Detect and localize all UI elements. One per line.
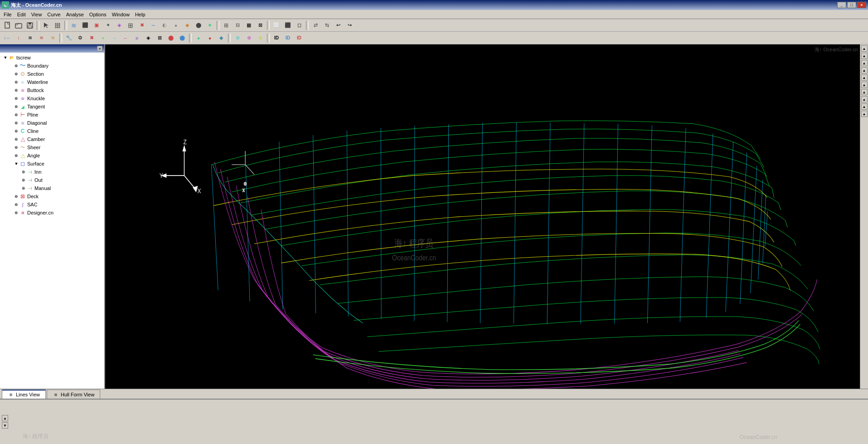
knuckle-expand[interactable]: ⊕ [14,96,19,101]
angle-expand[interactable]: ⊕ [14,153,19,158]
panel-close-button[interactable]: × [97,46,102,51]
menu-edit[interactable]: Edit [15,11,29,18]
new-button[interactable] [2,20,13,30]
tool-10[interactable]: ~ [148,20,159,30]
t2-id1[interactable]: ID [271,33,282,43]
tool-18[interactable]: ⬜ [271,20,282,30]
t2-7[interactable]: ⚙ [75,33,86,43]
waterline-expand[interactable]: ⊕ [14,79,19,85]
tool-12[interactable]: ● [170,20,181,30]
tree-item-pline[interactable]: ⊕ ⊢ Pline [1,111,103,119]
tangent-expand[interactable]: ⊕ [14,104,19,109]
tool-21[interactable]: ⇄ [310,20,321,30]
right-btn-10[interactable]: ▲ [861,111,868,117]
zoom-box[interactable]: ⊟ [232,20,243,30]
inn-expand[interactable]: ⊕ [21,169,26,175]
tab-lines-view[interactable]: ≡ Lines View [2,390,46,399]
t2-16[interactable]: ⬤ [177,33,188,43]
t2-13[interactable]: ◈ [143,33,154,43]
right-btn-8[interactable]: ▲ [861,96,868,102]
t2-9[interactable]: + [97,33,108,43]
t2-18[interactable]: ● [204,33,215,43]
tree-item-diagonal[interactable]: ⊕ ≋ Diagonal [1,119,103,127]
tree-item-camber[interactable]: ⊕ △ Camber [1,135,103,143]
right-btn-5[interactable]: ▲ [861,74,868,81]
tree-item-knuckle[interactable]: ⊕ ≋ Knuckle [1,94,103,102]
t2-id3[interactable]: ID [294,33,305,43]
tool-6[interactable]: ✦ [102,20,113,30]
minimize-button[interactable]: _ [837,2,846,8]
bottom-ctrl-2[interactable]: ▼ [2,422,8,429]
root-expand[interactable]: ▼ [3,55,8,60]
tree-item-cline[interactable]: ⊕ C Cline [1,127,103,135]
tool-4[interactable]: ⬛ [80,20,91,30]
right-btn-7[interactable]: ▲ [861,89,868,95]
tool-23[interactable]: ↩ [333,20,344,30]
right-btn-1[interactable]: ▲ [861,45,868,52]
t2-14[interactable]: ⊠ [154,33,165,43]
deck-expand[interactable]: ⊕ [14,194,19,199]
t2-6[interactable]: 🔧 [63,33,74,43]
tool-7[interactable]: ◈ [114,20,125,30]
right-btn-2[interactable]: ▲ [861,53,868,59]
open-button[interactable] [13,20,24,30]
menu-window[interactable]: Window [109,11,132,18]
t2-2[interactable]: ↕ [13,33,24,43]
buttock-expand[interactable]: ⊕ [14,88,19,93]
tool-16[interactable]: ▦ [243,20,254,30]
menu-analyse[interactable]: Analyse [63,11,87,18]
t2-5[interactable]: ≋ [47,33,58,43]
manual-expand[interactable]: ⊕ [21,185,26,191]
right-btn-6[interactable]: ▲ [861,82,868,88]
select-tool[interactable] [41,20,52,30]
designer-expand[interactable]: ⊕ [14,210,19,215]
tool-17[interactable]: ⊠ [255,20,266,30]
zoom-in[interactable]: ⊞ [221,20,232,30]
t2-1[interactable]: ↕↔ [2,33,13,43]
t2-21[interactable]: ⊕ [243,33,254,43]
out-expand[interactable]: ⊕ [21,177,26,183]
tool-13[interactable]: ◆ [182,20,193,30]
tree-item-manual[interactable]: ⊕ ⊣ Manual [1,184,103,192]
tree-item-section[interactable]: ⊕ ⊙ Section [1,70,103,78]
tool-15[interactable]: ★ [204,20,215,30]
t2-12[interactable]: ≡ [131,33,142,43]
sac-expand[interactable]: ⊕ [14,202,19,207]
menu-help[interactable]: Help [132,11,148,18]
tree-item-surface[interactable]: ▼ ◻ Surface [1,160,103,168]
boundary-expand[interactable]: ⊕ [14,63,19,68]
menu-view[interactable]: View [29,11,45,18]
maximize-button[interactable]: □ [847,2,856,8]
tree-item-sheer[interactable]: ⊕ 〜 Sheer [1,143,103,151]
tool-8[interactable]: ⊞ [125,20,136,30]
cline-expand[interactable]: ⊕ [14,128,19,134]
pline-expand[interactable]: ⊕ [14,112,19,117]
tree-item-tangent[interactable]: ⊕ ◢ Tangent [1,102,103,111]
t2-id2[interactable]: ID [282,33,293,43]
tree-item-buttock[interactable]: ⊕ ≋ Buttock [1,86,103,94]
section-expand[interactable]: ⊕ [14,71,19,77]
menu-options[interactable]: Options [87,11,109,18]
tree-view[interactable]: ▼ 📂 tscrew ⊕ 〜 Boundary ⊕ ⊙ Section ⊕ ≈ … [0,53,104,389]
title-bar-controls[interactable]: _ □ × [837,2,866,8]
viewport[interactable]: Y Z X x 海↑ 程序员 OceanCoder.cn 海↑ OceanCod… [105,44,860,389]
t2-17[interactable]: ● [193,33,204,43]
menu-curve[interactable]: Curve [44,11,63,18]
sheer-expand[interactable]: ⊕ [14,145,19,150]
diagonal-expand[interactable]: ⊕ [14,120,19,126]
right-btn-4[interactable]: ▲ [861,67,868,73]
right-btn-3[interactable]: ▲ [861,60,868,66]
save-button[interactable] [24,20,35,30]
right-btn-9[interactable]: ▲ [861,103,868,110]
tool-19[interactable]: ⬛ [282,20,293,30]
tree-item-out[interactable]: ⊕ ⊣ Out [1,176,103,184]
tree-item-sac[interactable]: ⊕ ∫ SAC [1,200,103,209]
tool-11[interactable]: ◐ [159,20,170,30]
tab-hull-form-view[interactable]: ≡ Hull Form View [47,390,100,399]
t2-20[interactable]: ⊕ [232,33,243,43]
t2-11[interactable]: ← [120,33,131,43]
menu-file[interactable]: File [1,11,15,18]
tool-22[interactable]: ⇆ [321,20,332,30]
tree-item-inn[interactable]: ⊕ ⊣ Inn [1,168,103,176]
tree-item-deck[interactable]: ⊕ ⊠ Deck [1,192,103,200]
